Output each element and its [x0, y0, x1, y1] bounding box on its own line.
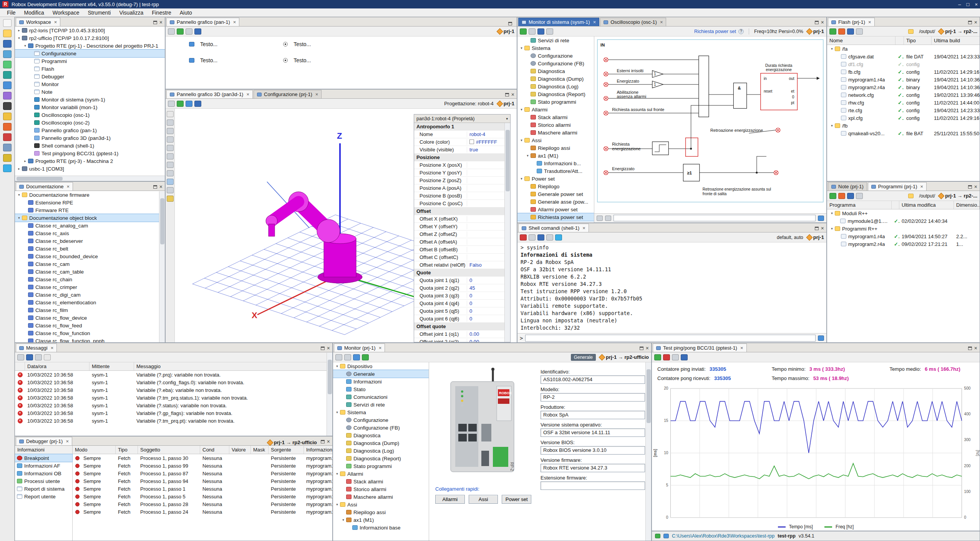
run-panel-icon[interactable]	[177, 28, 184, 35]
fit-view-tool-icon[interactable]	[167, 153, 174, 159]
tab-configurazione[interactable]: Configurazione (prj-1) ×	[254, 90, 322, 98]
float-icon[interactable]	[815, 21, 819, 24]
tab-pan3d[interactable]: Pannello grafico 3D (pan3d-1) ×	[166, 90, 253, 98]
monitor-command-input[interactable]	[614, 215, 816, 221]
breakpoint-row[interactable]: Sempre Fetch Processo 1, passo 94 Nessun…	[73, 477, 332, 485]
build-flash-icon[interactable]	[829, 28, 836, 35]
column-header[interactable]: Sorgente	[269, 446, 304, 454]
close-icon[interactable]: ×	[327, 345, 330, 351]
tree-item[interactable]: ▾ Sistema	[517, 44, 594, 52]
tree-item[interactable]: Classe rc_film	[15, 306, 165, 314]
tree-item[interactable]: Classe rc_belt	[15, 245, 165, 252]
tree-item[interactable]: Riepilogo	[517, 183, 594, 190]
tab-osc1[interactable]: Oscilloscopio (osc-1) ×	[600, 18, 666, 26]
tab-pptest[interactable]: Test ping/pong BCC/31 (pptest-1) ×	[653, 344, 747, 352]
breakpoint-row[interactable]: Sempre Fetch Processo 1, passo 28 Nessun…	[73, 500, 332, 508]
close-icon[interactable]: ×	[974, 19, 977, 25]
tree-item[interactable]: Informazioni	[333, 378, 429, 385]
property-row[interactable]: Offset A (offsetA)	[414, 238, 510, 246]
tree-item[interactable]: Test ping/pong BCC/31 (pptest-1)	[15, 149, 165, 157]
property-row[interactable]: Quote	[414, 269, 510, 277]
vertical-scrollbar[interactable]	[645, 362, 651, 541]
tree-item[interactable]: Configurazione	[333, 416, 429, 424]
tree-item[interactable]: Riepilogo assi	[333, 508, 429, 516]
save-3d-icon[interactable]	[194, 101, 201, 107]
stop-panel-icon[interactable]	[186, 28, 192, 35]
tree-item[interactable]: Pannello grafico 3D (pan3d-1)	[15, 134, 165, 142]
property-value[interactable]: Falso	[467, 262, 510, 268]
float-icon[interactable]	[321, 440, 325, 443]
close-icon[interactable]: ×	[233, 19, 236, 25]
float-icon[interactable]	[153, 21, 157, 24]
search-messages-icon[interactable]	[44, 354, 51, 360]
iso-view-tool-icon[interactable]	[167, 179, 174, 185]
flash-row[interactable]: df1.cfg ✓ config	[827, 60, 980, 68]
tree-item[interactable]: Richiesta power set	[517, 213, 594, 221]
property-value[interactable]: #FFFFFF	[467, 139, 510, 145]
flash-row[interactable]: ▾/fb	[827, 122, 980, 129]
debugger-nav-item[interactable]: Report di sistema	[15, 485, 72, 493]
property-row[interactable]: Posizione Y (posY)	[414, 169, 510, 177]
quick-link-button[interactable]: Allarmi	[435, 495, 465, 504]
debugger-icon[interactable]	[3, 133, 12, 141]
message-row[interactable]: 10/03/2022 10:36:58 sysm-1 Variabile (?.…	[15, 402, 332, 409]
close-icon[interactable]: ×	[974, 184, 977, 190]
horizontal-scrollbar[interactable]	[15, 176, 165, 181]
expand-icon[interactable]: ▾	[519, 177, 524, 181]
tree-item[interactable]: Diagnostica (Report)	[517, 90, 594, 98]
tree-item[interactable]: Configurazione (FB)	[333, 424, 429, 431]
tree-item[interactable]: Classe rc_chain	[15, 275, 165, 283]
flash-row[interactable]: xpl.cfg ✓ config 11/02/2021 14:29:16	[827, 114, 980, 122]
tree-item[interactable]: ▾ ax1 (M1)	[333, 516, 429, 524]
message-row[interactable]: 10/03/2022 10:36:58 sysm-1 Variabile (?.…	[15, 409, 332, 417]
tab-debugger[interactable]: Debugger (prj-1) ×	[16, 437, 72, 445]
tree-item[interactable]: ▸ usbc-1 [COM3]	[15, 165, 165, 173]
forward-nav-icon[interactable]	[344, 354, 351, 360]
close-icon[interactable]: ×	[54, 19, 57, 25]
tree-item[interactable]: Stack allarmi	[517, 113, 594, 121]
quick-link-button[interactable]: Assi	[469, 495, 498, 504]
menu-item[interactable]: File	[3, 9, 20, 17]
tree-item[interactable]: Firmware RTE	[15, 206, 165, 214]
float-icon[interactable]	[968, 185, 972, 189]
build-programs-icon[interactable]	[829, 193, 836, 199]
tree-item[interactable]: Maschere allarmi	[517, 129, 594, 136]
expand-icon[interactable]: ▾	[335, 364, 340, 368]
flash-row[interactable]: rte.cfg ✓ config 19/04/2021 14:23:33	[827, 106, 980, 114]
upload-programs-icon[interactable]	[838, 193, 845, 199]
tree-item[interactable]: Storico allarmi	[517, 121, 594, 129]
tree-item[interactable]: Classe rc_flow_feed	[15, 322, 165, 329]
tree-item[interactable]: ▾ Dispositivo	[333, 362, 429, 370]
close-icon[interactable]: ×	[821, 19, 824, 25]
property-row[interactable]: Nome robot-4	[414, 131, 510, 138]
oscilloscope-icon[interactable]	[3, 71, 12, 79]
property-value[interactable]: true	[467, 147, 510, 153]
tree-item[interactable]: Diagnostica (Dump)	[517, 75, 594, 83]
field-value[interactable]: Robox RTE versione 34.27.3	[541, 464, 645, 472]
float-icon[interactable]	[508, 22, 512, 25]
tree-item[interactable]: Stato programmi	[517, 98, 594, 106]
edit-3d-icon[interactable]	[168, 101, 175, 107]
tree-item[interactable]: Classe rc_bounded_device	[15, 252, 165, 260]
expand-icon[interactable]: ▾	[23, 44, 28, 48]
expand-icon[interactable]: ▾	[341, 518, 346, 522]
print-monitor-icon[interactable]	[546, 28, 553, 35]
property-row[interactable]: Offset relativi (relOff) Falso	[414, 261, 510, 269]
connect-device-icon[interactable]	[3, 50, 12, 58]
tree-item[interactable]: Configurazione	[517, 52, 594, 60]
property-row[interactable]: Offset Z (offsetZ)	[414, 231, 510, 238]
property-row[interactable]: Posizione B (posB)	[414, 192, 510, 200]
vertical-scrollbar[interactable]	[159, 191, 165, 342]
text-widget-icon[interactable]	[189, 58, 194, 63]
program-row[interactable]: myprogram2.r4a ✓ 09/02/2022 17:21:21 1..…	[827, 240, 980, 248]
column-header[interactable]: Mittente	[90, 362, 134, 370]
expand-icon[interactable]: ▾	[335, 472, 340, 476]
close-icon[interactable]: ×	[511, 91, 514, 98]
tree-item[interactable]: Classe rc_axis	[15, 229, 165, 237]
pause-messages-icon[interactable]	[17, 354, 24, 360]
debugger-nav-item[interactable]: Report utente	[15, 493, 72, 500]
stop-test-icon[interactable]	[663, 354, 670, 360]
graphic-panel-3d-icon[interactable]	[3, 92, 12, 100]
tree-item[interactable]: Diagnostica (Log)	[333, 447, 429, 455]
filter-programs-icon[interactable]	[856, 193, 863, 199]
